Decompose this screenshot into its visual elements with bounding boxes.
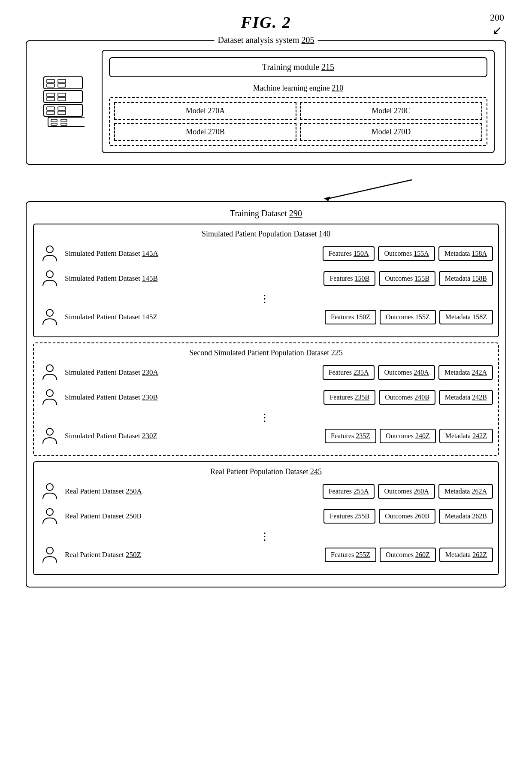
metadata-158b: Metadata 158B [439,271,493,286]
outcomes-155b: Outcomes 155B [379,271,435,286]
data-boxes-145b: Features 150B Outcomes 155B Metadata 158… [163,271,493,286]
metadata-242a: Metadata 242A [438,365,493,380]
patient-row-230a: Simulated Patient Dataset 230A Features … [39,362,493,383]
ml-engine-area: Training module 215 Machine learning eng… [102,50,495,153]
metadata-262b: Metadata 262B [439,509,493,524]
patient-dataset-label-230z: Simulated Patient Dataset 230Z [65,432,159,440]
patient-row-230z: Simulated Patient Dataset 230Z Features … [39,425,493,447]
data-boxes-230z: Features 235Z Outcomes 240Z Metadata 242… [163,429,493,443]
training-module-box: Training module 215 [109,57,487,77]
diagram-arrow: ↙ [492,23,502,37]
features-150b: Features 150B [323,271,375,286]
features-150z: Features 150Z [325,310,376,324]
ml-engine-label: Machine learning engine 210 [109,84,487,93]
svg-point-28 [46,484,53,491]
features-235b: Features 235B [323,390,375,405]
page: 200 ↙ FIG. 2 Dataset analysis system 205 [0,0,532,757]
metadata-158a: Metadata 158A [438,246,493,261]
patient-dataset-label-230b: Simulated Patient Dataset 230B [65,393,159,402]
features-235a: Features 235A [323,365,375,380]
data-boxes-250a: Features 255A Outcomes 260A Metadata 262… [163,484,493,499]
data-boxes-145a: Features 150A Outcomes 155A Metadata 158… [163,246,493,261]
data-boxes-230b: Features 235B Outcomes 240B Metadata 242… [163,390,493,405]
svg-point-26 [46,390,53,397]
outcomes-240b: Outcomes 240B [379,390,435,405]
svg-point-25 [46,365,53,372]
metadata-262z: Metadata 262Z [439,548,493,562]
patient-icon [39,243,60,264]
features-255z: Features 255Z [325,548,376,562]
metadata-158z: Metadata 158Z [439,310,493,324]
features-255a: Features 255A [323,484,375,499]
svg-point-22 [46,246,53,253]
patient-icon [39,362,60,383]
patient-row-145z: Simulated Patient Dataset 145Z Features … [39,306,493,328]
model-270d: Model 270D [300,123,482,141]
server-icon [37,76,89,127]
simulated-population-section-2: Second Simulated Patient Population Data… [33,342,499,456]
svg-point-24 [46,309,53,316]
data-boxes-145z: Features 150Z Outcomes 155Z Metadata 158… [163,310,493,324]
svg-line-20 [326,180,412,199]
dataset-analysis-label: Dataset analysis system 205 [215,35,318,45]
patient-icon [39,481,60,502]
metadata-262a: Metadata 262A [438,484,493,499]
patient-dataset-label-145b: Simulated Patient Dataset 145B [65,274,159,283]
outcomes-260a: Outcomes 260A [378,484,435,499]
connector-arrow-area [26,178,506,201]
figure-title: FIG. 2 [26,13,506,32]
ellipsis-3: ⋮ [39,530,493,542]
patient-icon [39,268,60,289]
patient-icon [39,544,60,566]
dataset-analysis-box: Dataset analysis system 205 [26,40,506,165]
patient-row-230b: Simulated Patient Dataset 230B Features … [39,387,493,408]
outcomes-260b: Outcomes 260B [379,509,435,524]
data-boxes-250z: Features 255Z Outcomes 260Z Metadata 262… [163,548,493,562]
real-population-section: Real Patient Population Dataset 245 Real… [33,461,499,575]
metadata-242b: Metadata 242B [439,390,493,405]
outcomes-240a: Outcomes 240A [378,365,435,380]
svg-point-27 [46,428,53,435]
patient-dataset-label-230a: Simulated Patient Dataset 230A [65,368,159,377]
outcomes-240z: Outcomes 240Z [380,429,436,443]
patient-icon [39,506,60,527]
model-270b: Model 270B [114,123,296,141]
patient-icon [39,387,60,408]
svg-point-29 [46,509,53,515]
patient-row-145b: Simulated Patient Dataset 145B Features … [39,268,493,289]
ellipsis-2: ⋮ [39,412,493,424]
patient-row-250b: Real Patient Dataset 250B Features 255B … [39,506,493,527]
patient-dataset-label-250b: Real Patient Dataset 250B [65,512,159,521]
patient-dataset-label-250a: Real Patient Dataset 250A [65,487,159,496]
diagram-number: 200 ↙ [490,12,504,37]
training-dataset-box: Training Dataset 290 Simulated Patient P… [26,201,506,587]
real-population-label: Real Patient Population Dataset 245 [39,467,493,476]
outcomes-155z: Outcomes 155Z [380,310,436,324]
patient-row-250z: Real Patient Dataset 250Z Features 255Z … [39,544,493,566]
features-235z: Features 235Z [325,429,376,443]
simulated-population-label-1: Simulated Patient Population Dataset 140 [39,230,493,239]
models-grid: Model 270A Model 270C Model 270B Model 2… [109,97,487,146]
patient-row-145a: Simulated Patient Dataset 145A Features … [39,243,493,264]
svg-point-23 [46,271,53,278]
data-boxes-250b: Features 255B Outcomes 260B Metadata 262… [163,509,493,524]
metadata-242z: Metadata 242Z [439,429,493,443]
outcomes-155a: Outcomes 155A [378,246,435,261]
features-150a: Features 150A [323,246,375,261]
svg-point-30 [46,547,53,554]
simulated-population-label-2: Second Simulated Patient Population Data… [39,348,493,357]
patient-row-250a: Real Patient Dataset 250A Features 255A … [39,481,493,502]
patient-dataset-label-250z: Real Patient Dataset 250Z [65,551,159,559]
model-270c: Model 270C [300,102,482,120]
model-270a: Model 270A [114,102,296,120]
features-255b: Features 255B [323,509,375,524]
data-boxes-230a: Features 235A Outcomes 240A Metadata 242… [163,365,493,380]
patient-icon [39,425,60,447]
outcomes-260z: Outcomes 260Z [380,548,436,562]
patient-dataset-label-145a: Simulated Patient Dataset 145A [65,249,159,258]
simulated-population-section-1: Simulated Patient Population Dataset 140… [33,224,499,337]
training-dataset-label: Training Dataset 290 [33,209,499,218]
connector-arrow [26,178,506,201]
ellipsis-1: ⋮ [39,293,493,305]
patient-dataset-label-145z: Simulated Patient Dataset 145Z [65,313,159,321]
